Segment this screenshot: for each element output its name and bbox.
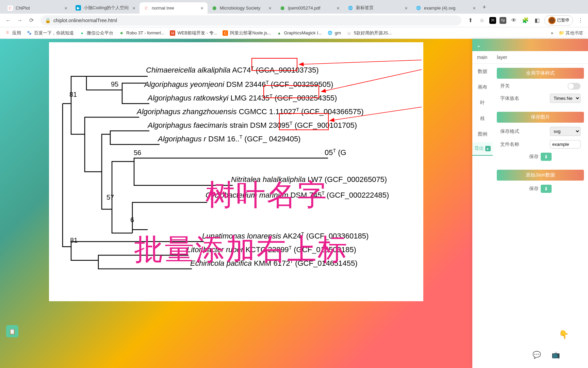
close-icon[interactable]: ×	[405, 5, 408, 11]
side-panel-icon[interactable]: ◧	[533, 16, 541, 25]
close-icon[interactable]: ×	[337, 5, 340, 11]
right-panel: ⌄ main layer 数据 画布 叶 枝 图例 导出 ▸ 全局字体样式	[472, 39, 588, 368]
bootstrap-value: 6	[130, 216, 134, 224]
bookmark-gm[interactable]: ▲ GraphicsMagick I...	[276, 30, 322, 36]
bootstrap-value: 95	[111, 80, 118, 88]
tree-canvas[interactable]: Chimaereicella alkaliphila AC74T (GCA_90…	[49, 42, 423, 301]
refresh-button[interactable]: ◯	[568, 348, 582, 362]
bookmark-robo3t[interactable]: ◆ Robo 3T - formerl...	[119, 30, 164, 36]
tab-favicon: ⬤	[212, 5, 217, 11]
tab-chiplot[interactable]: C ChiPlot ×	[3, 2, 71, 14]
close-icon[interactable]: ×	[132, 5, 135, 11]
bookmark-label: GraphicsMagick I...	[284, 30, 322, 35]
bookmark-web[interactable]: H WEB前端开发 - 专...	[170, 30, 217, 36]
share-icon[interactable]: ⬆	[466, 16, 474, 25]
more-resources: 更多资源 关注B站&公众号 👇	[546, 313, 581, 341]
tab-main[interactable]: main	[472, 51, 492, 63]
group-font: 全局字体样式 开关 字体族名 Times Ne	[497, 68, 584, 107]
tree-icon: ▲	[276, 30, 282, 36]
eye-icon[interactable]: 👁	[510, 16, 518, 25]
forward-button[interactable]: →	[15, 16, 24, 25]
bookmark-label: 微信公众平台	[87, 30, 113, 36]
panel-tabs: main layer	[472, 51, 588, 64]
wechat-button[interactable]: 💬	[529, 348, 544, 362]
tree-leaf[interactable]: Algoriphagus r DSM 16..T (GCF_ 0429405)	[158, 134, 300, 143]
tab-microbiology[interactable]: ⬤ Microbiology Society ×	[208, 2, 276, 14]
close-icon[interactable]: ×	[64, 5, 67, 11]
notes-button[interactable]: 📋	[6, 325, 18, 337]
tab-favicon: ▶	[76, 5, 81, 11]
bookmark-apps[interactable]: ⠿ 应用	[5, 30, 21, 36]
close-icon[interactable]: ×	[473, 5, 476, 11]
group-font-header: 全局字体样式	[497, 68, 584, 79]
bookmark-gm2[interactable]: 🌐 gm	[327, 30, 341, 36]
save-format-select[interactable]: svg	[550, 127, 581, 136]
tab-layer[interactable]: layer	[492, 51, 512, 63]
sidenav-legend[interactable]: 图例	[472, 126, 493, 142]
font-family-select[interactable]: Times Ne	[550, 94, 581, 103]
other-bookmarks[interactable]: 📁 其他书签	[559, 30, 583, 36]
sidenav-branch[interactable]: 枝	[472, 111, 493, 126]
overlay-subtitle: 批量添加右上标	[134, 230, 348, 270]
star-icon[interactable]: ☆	[478, 16, 486, 25]
panel-header: ⌄	[472, 39, 588, 51]
bilibili-button[interactable]: 📺	[549, 348, 563, 362]
sidenav-export[interactable]: 导出 ▸	[472, 142, 493, 156]
profile-pause-badge[interactable]: 已暂停	[544, 15, 573, 26]
json-download-button[interactable]: ⬇	[541, 185, 552, 193]
extensions-icon[interactable]: 🧩	[521, 16, 529, 25]
tab-pdf[interactable]: ⬤ ijsem005274.pdf ×	[276, 2, 344, 14]
tree-leaf[interactable]: Algoriphagus zhangzhouensis CGMCC 1.1102…	[137, 107, 364, 116]
bootstrap-value: 81	[69, 91, 77, 98]
tab-normal-tree[interactable]: C normal tree ×	[140, 2, 208, 14]
tab-bilibili[interactable]: ▶ 小驰Coding的个人空间 ×	[71, 2, 140, 14]
menu-icon[interactable]: ⋮	[576, 16, 585, 25]
ext-icon-2[interactable]: Xp	[500, 17, 506, 24]
globe-icon: 🌐	[348, 5, 353, 11]
canvas-area: Chimaereicella alkaliphila AC74T (GCA_90…	[0, 39, 472, 368]
tab-svg[interactable]: 🌐 example (4).svg ×	[412, 2, 480, 14]
tab-newtab[interactable]: 🌐 新标签页 ×	[344, 2, 412, 14]
tab-favicon: ⬤	[280, 5, 285, 11]
group-json-header: 原始Json数据	[497, 170, 584, 181]
highlight-box	[263, 85, 319, 98]
bootstrap-value: 56	[134, 149, 141, 157]
sidenav-canvas[interactable]: 画布	[472, 79, 493, 95]
download-button[interactable]: ⬇	[541, 153, 552, 161]
bookmark-overflow[interactable]: »	[551, 30, 553, 35]
sidenav-data[interactable]: 数据	[472, 64, 493, 79]
address-bar: ← → ⟳ 🔒 chiplot.online/normalTree.html ⬆…	[0, 14, 588, 27]
export-icon: ▸	[485, 146, 491, 151]
bookmark-aliyun[interactable]: C 阿里云部署Node.js...	[223, 30, 271, 36]
chevron-down-icon[interactable]: ⌄	[476, 42, 481, 48]
close-icon[interactable]: ×	[200, 5, 203, 11]
tab-title: Microbiology Society	[220, 5, 266, 11]
sidenav-leaf[interactable]: 叶	[472, 95, 493, 111]
leaf-icon: ◆	[119, 30, 124, 36]
filename-input[interactable]	[550, 140, 581, 149]
bookmark-js[interactable]: □ 5款好用的开源JS...	[346, 30, 392, 36]
filename-label: 文件名称	[500, 141, 519, 148]
ext-icon-1[interactable]: Xt	[489, 17, 496, 24]
group-save-header: 保存图片	[497, 112, 584, 123]
bookmark-label: gm	[335, 30, 341, 35]
bookmark-wechat[interactable]: ● 微信公众平台	[79, 30, 113, 36]
bookmark-baidu[interactable]: 🐾 百度一下，你就知道	[27, 30, 74, 36]
home-button[interactable]: ⌂	[510, 348, 525, 362]
back-button[interactable]: ←	[3, 16, 13, 25]
aliyun-icon: C	[223, 30, 228, 36]
baidu-icon: 🐾	[27, 30, 32, 36]
toolbar-icons: ⬆ ☆ Xt Xp 👁 🧩 ◧ 已暂停 ⋮	[466, 15, 585, 26]
export-label: 导出	[474, 145, 484, 152]
browser-tab-bar: C ChiPlot × ▶ 小驰Coding的个人空间 × C normal t…	[0, 0, 588, 14]
new-tab-button[interactable]: +	[480, 1, 489, 14]
reload-button[interactable]: ⟳	[27, 16, 36, 25]
bookmark-label: 应用	[12, 30, 21, 36]
url-input[interactable]: 🔒 chiplot.online/normalTree.html	[41, 15, 461, 26]
close-icon[interactable]: ×	[268, 5, 272, 11]
bookmark-label: Robo 3T - formerl...	[126, 30, 164, 35]
font-toggle[interactable]	[568, 83, 581, 90]
globe-icon: 🌐	[416, 5, 421, 11]
square-icon: □	[346, 30, 352, 36]
other-bookmarks-label: 其他书签	[566, 30, 583, 36]
